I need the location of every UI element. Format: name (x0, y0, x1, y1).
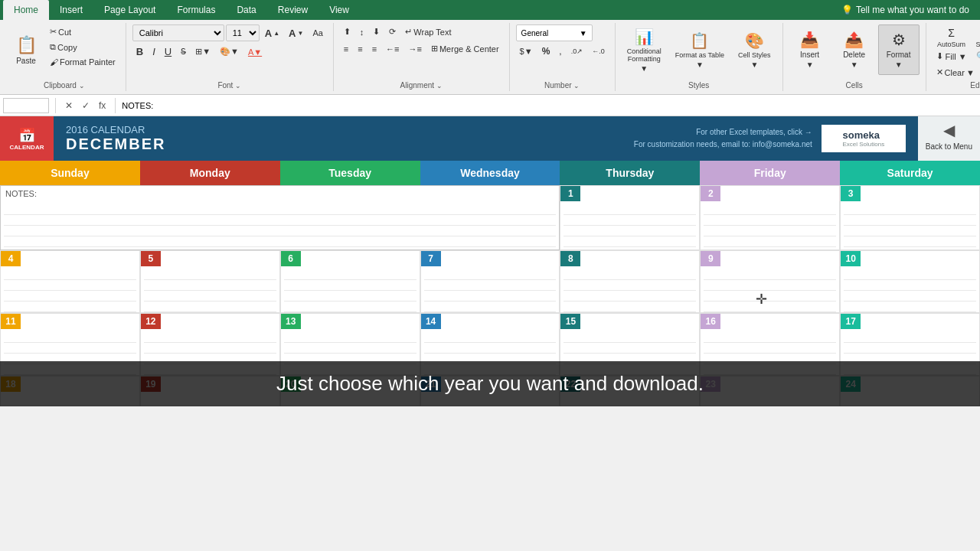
wrap-text-button[interactable]: ↵ Wrap Text (401, 24, 455, 39)
brand-name: someka (842, 129, 879, 141)
cal-day-2[interactable]: 2 (700, 185, 840, 250)
calendar-area: 📅 CALENDAR 2016 CALENDAR DECEMBER For ot… (0, 116, 980, 406)
find-select-button[interactable]: 🔍 Find & Select ▼ (972, 49, 980, 64)
cal-day-3[interactable]: 3 (840, 185, 980, 250)
fill-icon: ⬇ (936, 51, 943, 61)
font-label: Font ⌄ (132, 81, 327, 90)
insert-function-button[interactable]: fx (96, 100, 109, 111)
sort-filter-button[interactable]: ↕ Sort & Filter (972, 24, 980, 47)
copy-button[interactable]: ⧉ Copy (46, 40, 81, 54)
cell-styles-button[interactable]: 🎨 Cell Styles ▼ (733, 24, 776, 75)
back-to-menu-button[interactable]: ◀ Back to Menu (918, 116, 980, 161)
strikethrough-button[interactable]: S̶ (177, 44, 190, 59)
font-name-selector[interactable]: Calibri (132, 24, 224, 41)
cal-day-10[interactable]: 10 (840, 250, 980, 313)
day-header-monday: Monday (140, 161, 280, 185)
format-painter-button[interactable]: 🖌 Format Painter (46, 55, 119, 69)
alignment-group: ⬆ ↕ ⬇ ⟳ ↵ Wrap Text ≡ ≡ ≡ ←≡ →≡ ⊞ (337, 23, 510, 91)
notes-cell[interactable]: NOTES: (0, 185, 560, 250)
calendar-year: 2016 CALENDAR (66, 124, 622, 135)
autosum-icon: Σ (948, 27, 955, 39)
cell-styles-icon: 🎨 (745, 31, 764, 50)
align-center-button[interactable]: ≡ (354, 42, 366, 56)
font-size-selector[interactable]: 11 (226, 24, 260, 41)
cell-reference-input[interactable] (3, 98, 49, 113)
format-dropdown-icon: ▼ (895, 60, 903, 69)
cal-day-8[interactable]: 8 (560, 250, 700, 313)
format-as-table-button[interactable]: 📋 Format as Table ▼ (670, 24, 730, 75)
tab-formulas[interactable]: Formulas (166, 0, 226, 20)
clear-button[interactable]: ✕ Clear ▼ (933, 65, 971, 80)
percent-button[interactable]: % (538, 44, 554, 59)
cal-day-6[interactable]: 6 (280, 250, 420, 313)
align-top-button[interactable]: ⬆ (340, 24, 354, 39)
align-left-button[interactable]: ≡ (340, 42, 352, 56)
cal-line (4, 204, 556, 215)
conditional-formatting-button[interactable]: 📊 ConditionalFormatting ▼ (622, 24, 667, 75)
increase-indent-button[interactable]: →≡ (405, 42, 426, 56)
day-number-9: 9 (701, 251, 720, 266)
confirm-formula-button[interactable]: ✓ (79, 100, 93, 111)
cal-line (4, 215, 556, 226)
day-headers: Sunday Monday Tuesday Wednesday Thursday… (0, 161, 980, 185)
font-case-button[interactable]: Aa (309, 26, 326, 40)
styles-label: Styles (622, 81, 776, 90)
tell-me-field[interactable]: 💡 Tell me what you want to do (831, 0, 980, 20)
insert-button[interactable]: 📥 Insert ▼ (789, 24, 831, 75)
cells-label: Cells (789, 81, 920, 90)
styles-dropdown-icon: ▼ (750, 60, 758, 69)
cal-day-1[interactable]: 1 (560, 185, 700, 250)
clear-dropdown-icon: ▼ (966, 68, 975, 77)
decrease-font-button[interactable]: A▼ (285, 25, 307, 41)
align-bottom-button[interactable]: ⬇ (369, 24, 384, 39)
decrease-indent-button[interactable]: ←≡ (382, 42, 403, 56)
cancel-formula-button[interactable]: ✕ (62, 100, 76, 111)
delete-button[interactable]: 📤 Delete ▼ (834, 24, 875, 75)
decrease-decimal-button[interactable]: ←.0 (588, 45, 609, 57)
day-number-2: 2 (701, 186, 720, 201)
cut-button[interactable]: ✂ Cut (46, 24, 75, 39)
align-middle-button[interactable]: ↕ (356, 25, 368, 39)
font-color-button[interactable]: A▼ (244, 45, 266, 59)
bottom-overlay: Just choose which year you want and down… (0, 361, 980, 406)
cal-day-7[interactable]: 7 (420, 250, 560, 313)
day-number-12: 12 (141, 314, 161, 329)
table-dropdown-icon: ▼ (696, 60, 704, 69)
autosum-button[interactable]: Σ AutoSum (933, 24, 971, 47)
comma-button[interactable]: , (555, 44, 565, 59)
tab-review[interactable]: Review (267, 0, 318, 20)
cal-day-5[interactable]: 5 (140, 250, 280, 313)
paste-button[interactable]: 📋 Paste (9, 24, 43, 75)
number-group: General ▼ $▼ % , .0↗ ←.0 Number ⌄ (513, 23, 616, 91)
day-number-1: 1 (560, 186, 580, 201)
font-group: Calibri 11 A▲ A▼ Aa B I U S̶ ⊞▼ 🎨▼ A (129, 23, 334, 91)
cal-line (4, 226, 556, 236)
tab-page-layout[interactable]: Page Layout (93, 0, 166, 20)
day-1-lines (560, 201, 699, 247)
tab-home[interactable]: Home (3, 0, 49, 20)
bold-button[interactable]: B (132, 44, 147, 60)
formula-input[interactable] (122, 101, 977, 110)
borders-button[interactable]: ⊞▼ (191, 44, 214, 59)
underline-button[interactable]: U (161, 44, 175, 60)
cal-day-9[interactable]: 9 (700, 250, 840, 313)
notes-lines (1, 201, 559, 247)
wrap-icon: ↵ (405, 27, 412, 37)
format-button[interactable]: ⚙ Format ▼ (878, 24, 920, 75)
tab-insert[interactable]: Insert (49, 0, 93, 20)
fill-button[interactable]: ⬇ Fill ▼ (933, 49, 971, 64)
text-angle-button[interactable]: ⟳ (385, 24, 400, 39)
cond-dropdown-icon: ▼ (640, 64, 648, 73)
merge-icon: ⊞ (431, 44, 438, 54)
merge-center-button[interactable]: ⊞ Merge & Center (427, 41, 503, 56)
cal-day-4[interactable]: 4 (0, 250, 140, 313)
number-format-dropdown[interactable]: General ▼ (516, 24, 593, 41)
currency-button[interactable]: $▼ (516, 44, 537, 58)
fill-color-button[interactable]: 🎨▼ (216, 44, 243, 59)
align-right-button[interactable]: ≡ (368, 42, 381, 56)
italic-button[interactable]: I (149, 44, 159, 60)
increase-decimal-button[interactable]: .0↗ (567, 45, 587, 57)
tab-view[interactable]: View (318, 0, 360, 20)
tab-data[interactable]: Data (226, 0, 266, 20)
increase-font-button[interactable]: A▲ (261, 25, 283, 41)
